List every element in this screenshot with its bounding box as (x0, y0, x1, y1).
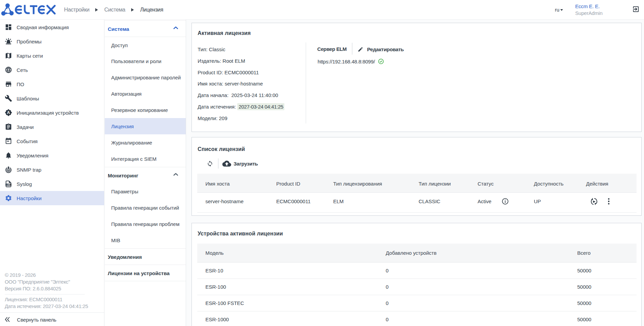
svg-text:A: A (7, 110, 10, 115)
svg-text:LOG: LOG (7, 184, 11, 186)
